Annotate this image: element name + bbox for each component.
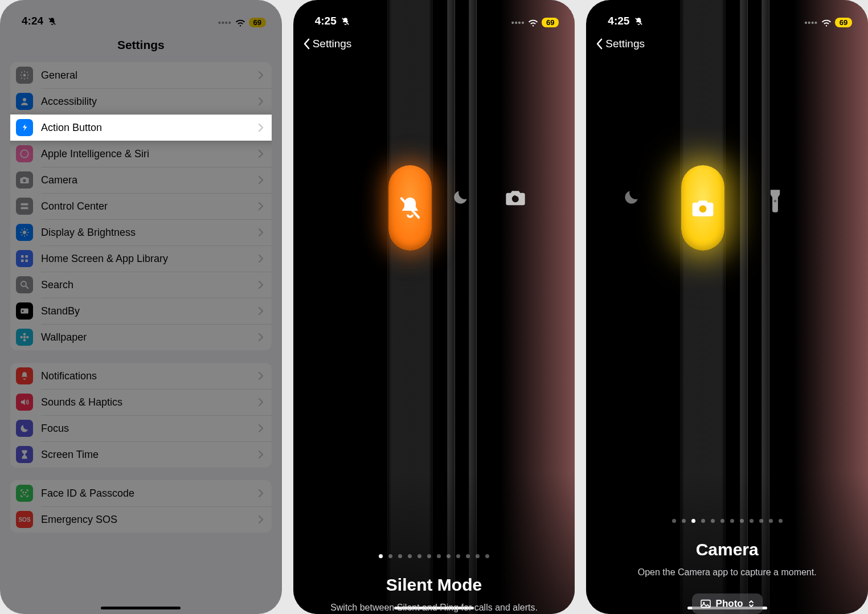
settings-row-focus[interactable]: Focus <box>10 415 272 441</box>
status-bar: 4:25 •••• 69 <box>293 0 575 30</box>
svg-line-14 <box>27 230 28 231</box>
pager-dot[interactable] <box>437 554 441 558</box>
home-indicator[interactable] <box>101 607 181 609</box>
settings-row-home-screen-app-library[interactable]: Home Screen & App Library <box>10 245 272 272</box>
hourglass-icon <box>16 446 33 463</box>
svg-point-28 <box>23 492 24 493</box>
chevron-right-icon <box>258 489 264 498</box>
face-icon <box>16 485 33 502</box>
settings-row-search[interactable]: Search <box>10 272 272 298</box>
back-label: Settings <box>605 38 645 50</box>
pager-dot[interactable] <box>759 519 763 523</box>
pager-dot[interactable] <box>750 519 754 523</box>
pager-dot[interactable] <box>388 554 392 558</box>
pager-dot[interactable] <box>769 519 773 523</box>
page-indicator[interactable] <box>586 233 868 523</box>
chevron-right-icon <box>258 254 264 263</box>
pager-dot[interactable] <box>427 554 431 558</box>
svg-rect-17 <box>21 260 24 263</box>
svg-line-12 <box>27 235 28 236</box>
page-indicator[interactable] <box>293 268 575 558</box>
settings-row-accessibility[interactable]: Accessibility <box>10 88 272 114</box>
feature-description: Switch between Silent and Ring for calls… <box>293 595 575 614</box>
settings-row-face-id-passcode[interactable]: Face ID & Passcode <box>10 480 272 506</box>
pager-dot[interactable] <box>485 554 489 558</box>
pager-dot[interactable] <box>779 519 783 523</box>
action-icon <box>16 119 33 136</box>
pager-dot[interactable] <box>730 519 734 523</box>
back-button[interactable]: Settings <box>293 30 575 58</box>
svg-point-26 <box>21 336 23 339</box>
settings-row-control-center[interactable]: Control Center <box>10 193 272 219</box>
svg-point-22 <box>22 310 24 312</box>
pager-dot[interactable] <box>417 554 421 558</box>
pager-dot[interactable] <box>711 519 715 523</box>
row-label: Sounds & Haptics <box>41 396 250 408</box>
back-button[interactable]: Settings <box>586 30 868 58</box>
pager-dot[interactable] <box>682 519 686 523</box>
pager-dot[interactable] <box>398 554 402 558</box>
row-label: Focus <box>41 423 250 435</box>
row-label: Home Screen & App Library <box>41 253 250 265</box>
svg-line-20 <box>26 286 28 289</box>
pager-dot[interactable] <box>720 519 724 523</box>
camera-mode-selector[interactable]: Photo <box>692 593 763 614</box>
row-label: StandBy <box>41 305 250 317</box>
chevron-right-icon <box>258 202 264 211</box>
svg-line-13 <box>22 235 23 236</box>
pager-dot[interactable] <box>379 554 383 558</box>
chevron-right-icon <box>258 515 264 524</box>
settings-row-wallpaper[interactable]: Wallpaper <box>10 324 272 350</box>
settings-row-standby[interactable]: StandBy <box>10 298 272 324</box>
row-label: Face ID & Passcode <box>41 488 250 500</box>
photo-icon <box>700 599 711 608</box>
action-button-silent-screen: 4:25 •••• 69 Settings Silent Mode Switch… <box>293 0 575 614</box>
signal-dots: •••• <box>218 18 232 27</box>
row-label: Accessibility <box>41 96 250 108</box>
signal-dots: •••• <box>804 18 818 27</box>
silent-icon <box>634 17 644 26</box>
pager-dot[interactable] <box>476 554 480 558</box>
wifi-icon <box>821 19 832 27</box>
row-label: Wallpaper <box>41 331 250 343</box>
settings-list[interactable]: GeneralAccessibilityAction ButtonApple I… <box>0 62 282 533</box>
pager-dot[interactable] <box>466 554 470 558</box>
settings-row-apple-intelligence-siri[interactable]: Apple Intelligence & Siri <box>10 141 272 167</box>
settings-row-notifications[interactable]: Notifications <box>10 363 272 389</box>
svg-rect-15 <box>21 255 24 258</box>
pager-dot[interactable] <box>691 519 695 523</box>
settings-row-camera[interactable]: Camera <box>10 167 272 193</box>
svg-line-11 <box>22 230 23 231</box>
svg-rect-16 <box>26 255 28 258</box>
svg-rect-18 <box>26 260 28 263</box>
pager-dot[interactable] <box>701 519 705 523</box>
person-icon <box>16 93 33 110</box>
pager-dot[interactable] <box>447 554 451 558</box>
status-bar: 4:25 •••• 69 <box>586 0 868 30</box>
svg-point-19 <box>21 281 26 286</box>
chevron-right-icon <box>258 97 264 106</box>
pager-dot[interactable] <box>456 554 460 558</box>
moon-icon <box>16 420 33 437</box>
settings-row-display-brightness[interactable]: Display & Brightness <box>10 219 272 245</box>
gear-icon <box>16 67 33 84</box>
svg-rect-4 <box>21 203 28 206</box>
svg-point-3 <box>21 150 28 158</box>
pager-dot[interactable] <box>672 519 676 523</box>
settings-row-action-button[interactable]: Action Button <box>10 114 272 141</box>
bell-icon <box>16 367 33 384</box>
settings-row-screen-time[interactable]: Screen Time <box>10 441 272 468</box>
battery-indicator: 69 <box>835 18 852 27</box>
chevron-right-icon <box>258 450 264 459</box>
settings-row-sounds-haptics[interactable]: Sounds & Haptics <box>10 389 272 415</box>
battery-indicator: 69 <box>249 18 266 27</box>
row-label: Notifications <box>41 370 250 382</box>
wifi-icon <box>235 19 245 27</box>
pager-dot[interactable] <box>740 519 744 523</box>
sun-icon <box>16 224 33 241</box>
pager-dot[interactable] <box>408 554 412 558</box>
settings-row-emergency-sos[interactable]: SOSEmergency SOS <box>10 506 272 533</box>
flower-icon <box>16 329 33 346</box>
settings-row-general[interactable]: General <box>10 62 272 88</box>
action-button-camera-screen: 4:25 •••• 69 Settings Camera Open the Ca… <box>586 0 868 614</box>
